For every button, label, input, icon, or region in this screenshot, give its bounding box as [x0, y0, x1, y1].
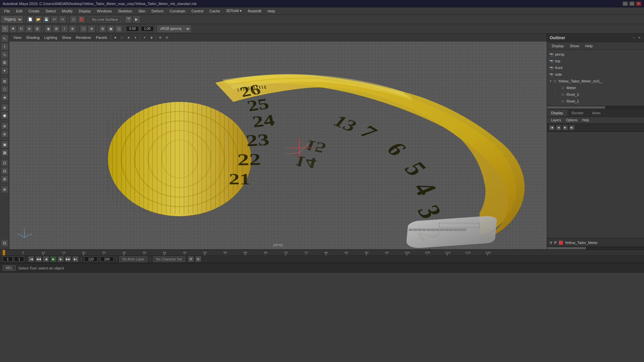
vp-renderer-menu[interactable]: Renderer [74, 35, 93, 40]
mel-python-selector[interactable]: MEL [3, 265, 16, 271]
outliner-item-yellow-tailor[interactable]: ▼ ⬡ Yellow_Tailor_Meter_ncl1_ [547, 78, 644, 84]
start-frame-display[interactable]: 1 [3, 256, 13, 262]
outliner-close-btn[interactable]: ✕ [637, 35, 641, 40]
menu-modify[interactable]: Modify [59, 8, 75, 14]
outliner-scroll-thumb[interactable] [547, 106, 605, 109]
rp-fwd-btn[interactable]: ▶ [562, 125, 568, 130]
snap2-lt[interactable]: ⊛ [1, 130, 8, 138]
menu-cache[interactable]: Cache [207, 8, 223, 14]
rp-back-btn[interactable]: ◀ [556, 125, 561, 130]
rp-scrollbar[interactable] [547, 247, 644, 249]
outliner-content[interactable]: 📷 persp 📷 top 📷 front 📷 side ▼ ⬡ Yellow_… [547, 50, 644, 106]
timeline-ruler[interactable]: 1 5 10 15 20 25 30 35 40 45 50 [0, 250, 644, 256]
manip2-lt[interactable]: ⊟ [1, 167, 8, 175]
range-end-display[interactable]: 200 [100, 256, 114, 262]
vp-lighting-menu[interactable]: Lighting [42, 35, 59, 40]
transform-lt[interactable]: ⊞ [1, 77, 8, 85]
outliner-item-top[interactable]: 📷 top [547, 58, 644, 64]
render-lt[interactable]: ▣ [1, 141, 8, 148]
current-frame-display[interactable]: 1 [14, 256, 24, 262]
maximize-button[interactable]: □ [629, 1, 635, 6]
obj-lt[interactable]: ⬢ [1, 112, 8, 119]
vp-layout-btn[interactable]: ⊞ [99, 25, 106, 33]
rotate-btn[interactable]: ↻ [17, 25, 25, 33]
menu-file[interactable]: File [1, 8, 13, 14]
rp-scroll-thumb[interactable] [547, 247, 586, 249]
vp-smooth-btn[interactable]: ● [132, 35, 139, 41]
color-space-dropdown[interactable]: sRGB gamma [157, 25, 191, 32]
options-menu[interactable]: Options [564, 118, 579, 122]
prev-key-button[interactable]: ◀◀ [36, 256, 42, 262]
snap-curve-btn[interactable]: ⌇ [61, 25, 68, 33]
outliner-item-front[interactable]: 📷 front [547, 64, 644, 71]
minimize-button[interactable]: ─ [623, 1, 628, 6]
out-show-menu[interactable]: Show [567, 43, 582, 49]
next-key-button[interactable]: ▶▶ [65, 256, 71, 262]
go-start-button[interactable]: |◀ [28, 256, 34, 262]
deform-lt[interactable]: ⬡ [1, 85, 8, 93]
char-set-options-btn[interactable]: ⚙ [188, 256, 194, 262]
outliner-item-persp[interactable]: 📷 persp [547, 51, 644, 58]
next-frame-button[interactable]: ▶ [58, 256, 64, 262]
new-scene-button[interactable]: 📄 [26, 16, 34, 23]
sculpt-tool-lt[interactable]: ∿ [1, 51, 8, 58]
paint-tool-lt[interactable]: ⌇ [1, 43, 8, 50]
poly-lt[interactable]: ◈ [1, 94, 8, 101]
vp-light-btn[interactable]: ☀ [142, 35, 148, 41]
manip-lt[interactable]: ⊡ [1, 159, 8, 167]
rp-prev-btn[interactable]: |◀ [549, 125, 554, 130]
disk-lt[interactable]: ⊕ [1, 104, 8, 111]
snap-point-btn[interactable]: ⊕ [69, 25, 76, 33]
vp-wire-btn[interactable]: □ [119, 35, 125, 41]
prev-frame-button[interactable]: ◀ [43, 256, 49, 262]
go-end-button[interactable]: ▶| [72, 256, 78, 262]
value-field-1[interactable]: 0.00 [126, 26, 139, 32]
help-menu-rp[interactable]: Help [580, 118, 591, 122]
outliner-minimize-btn[interactable]: ─ [632, 35, 636, 40]
render-tab[interactable]: Render [568, 110, 588, 116]
misc-lt[interactable]: ⊕ [1, 186, 8, 193]
vp-shadow-btn[interactable]: ◑ [148, 35, 154, 41]
vp-layout3-btn[interactable]: ◫ [115, 25, 122, 33]
vp-panels-menu[interactable]: Panels [94, 35, 109, 40]
menu-constrain[interactable]: Constrain [167, 8, 188, 14]
value-field-2[interactable]: 1.00 [141, 26, 154, 32]
out-help-menu[interactable]: Help [583, 43, 596, 49]
vp-hud-btn[interactable]: ⊟ [164, 35, 170, 41]
outliner-item-side[interactable]: 📷 side [547, 71, 644, 78]
menu-edit[interactable]: Edit [13, 8, 25, 14]
ep-tool-lt[interactable]: ✦ [1, 67, 8, 74]
cv-tool-lt[interactable]: ⌘ [1, 59, 8, 66]
manip3-lt[interactable]: ⊞ [1, 175, 8, 183]
vp-show-menu[interactable]: Show [60, 35, 73, 40]
render2-lt[interactable]: ▦ [1, 149, 8, 156]
vp-grid-btn[interactable]: ⊞ [157, 35, 163, 41]
component-btn[interactable]: ⊗ [88, 25, 95, 33]
live-surface-button[interactable]: No Live Surface [89, 16, 121, 22]
menu-redshift[interactable]: Redshift [245, 8, 264, 14]
undo-button[interactable]: ↩ [51, 16, 58, 23]
layer-color-swatch[interactable] [559, 241, 563, 245]
anim-layer-btn[interactable]: No Anim Layer [119, 256, 148, 262]
rp-next-btn[interactable]: ▶| [569, 125, 575, 130]
vp-layout2-btn[interactable]: ▣ [107, 25, 114, 33]
menu-control[interactable]: Control [189, 8, 206, 14]
menu-display[interactable]: Display [76, 8, 94, 14]
render-button[interactable]: ▶ [133, 16, 140, 23]
viewport[interactable]: View Shading Lighting Show Renderer Pane… [9, 34, 547, 249]
layers-menu[interactable]: Layers [549, 118, 563, 122]
menu-3dtoall[interactable]: 3DToAll ▾ [223, 8, 245, 14]
snap-grid-btn[interactable]: ⊞ [53, 25, 60, 33]
translate-btn[interactable]: ✥ [9, 25, 17, 33]
timeline-ticks[interactable]: 1 5 10 15 20 25 30 35 40 45 50 [3, 250, 641, 255]
vp-shading-btn[interactable]: ■ [112, 35, 118, 41]
close-button[interactable]: ✕ [636, 1, 641, 6]
menu-deform[interactable]: Deform [149, 8, 166, 14]
rigging-dropdown[interactable]: Rigging [1, 16, 23, 23]
bottom-lt[interactable]: ⊟ [1, 239, 8, 247]
menu-skeleton[interactable]: Skeleton [115, 8, 135, 14]
outliner-scrollbar[interactable] [547, 106, 644, 109]
snap-lt[interactable]: ⊗ [1, 122, 8, 130]
menu-help[interactable]: Help [265, 8, 278, 14]
menu-skin[interactable]: Skin [136, 8, 148, 14]
